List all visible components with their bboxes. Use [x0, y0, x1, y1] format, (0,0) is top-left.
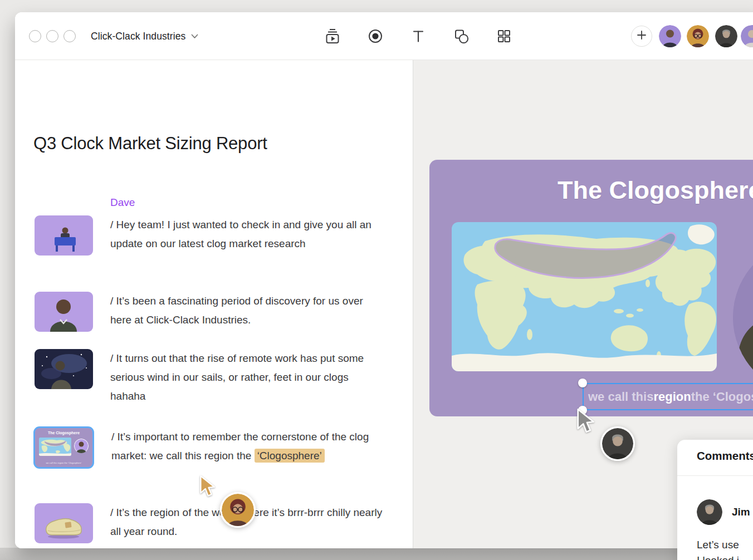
- shapes-icon: [453, 28, 470, 45]
- scene-thumbnail-space[interactable]: [35, 349, 93, 389]
- document-title[interactable]: Q3 Clock Market Sizing Report: [33, 134, 267, 154]
- collaborator-cursor-tan: [199, 475, 216, 501]
- text-tool-icon: [410, 28, 427, 45]
- script-row: / It’s been a fascinating period of disc…: [35, 292, 385, 332]
- plus-icon: [637, 30, 647, 42]
- script-paragraph-text: / It’s important to remember the corners…: [111, 431, 369, 461]
- caption-bold-word: region: [653, 390, 691, 404]
- mini-slide-title: The Clogosphere: [35, 431, 92, 435]
- script-row: / It’s the region of the world where it’…: [35, 503, 385, 543]
- script-row: / It turns out that the rise of remote w…: [35, 349, 385, 406]
- record-icon: [367, 28, 384, 45]
- collaborator-avatar-jim[interactable]: [715, 25, 737, 47]
- scene-thumbnail-slide-selected[interactable]: The Clogosphere we call this region the …: [33, 426, 94, 469]
- divider: [677, 475, 753, 476]
- speaker-label[interactable]: Dave: [110, 197, 135, 209]
- presence-avatar-redhead: [220, 492, 256, 528]
- caption-text: the ‘Clogosphere’: [691, 390, 753, 404]
- record-button[interactable]: [367, 28, 384, 45]
- presence-avatar-jim: [600, 426, 635, 461]
- layout-grid-button[interactable]: [496, 28, 512, 45]
- slide[interactable]: The Clogosphere: [429, 160, 753, 416]
- app-window: Click-Clack Industries: [15, 12, 753, 548]
- scene-thumbnail-clog[interactable]: [35, 503, 93, 543]
- comment-body-line2: I looked i: [697, 554, 739, 560]
- comment-author-avatar: [697, 499, 722, 525]
- script-paragraph[interactable]: / It turns out that the rise of remote w…: [110, 349, 385, 406]
- comment-author-name: Jim: [732, 499, 750, 525]
- window-minimize-button[interactable]: [46, 30, 58, 42]
- comments-header: Comments: [697, 449, 753, 463]
- media-clips-button[interactable]: [324, 28, 341, 45]
- selected-caption-textbox[interactable]: we call this region the ‘Clogosphere’: [583, 383, 753, 410]
- world-map[interactable]: [452, 222, 717, 371]
- mini-slide-caption: we call this region the ‘Clogosphere’: [35, 461, 92, 464]
- add-collaborator-button[interactable]: [631, 26, 652, 47]
- comments-panel[interactable]: Comments Jim Let’s use I looked i: [677, 440, 753, 560]
- toolbar-icons: [324, 12, 512, 60]
- mini-slide-map: [39, 438, 71, 456]
- script-paragraph[interactable]: / It’s been a fascinating period of disc…: [110, 292, 385, 332]
- project-title: Click-Clack Industries: [91, 31, 185, 42]
- scene-thumbnail-desk[interactable]: [35, 215, 93, 256]
- collaborator-cursor-grey: [576, 409, 595, 438]
- script-paragraph[interactable]: / It’s important to remember the corners…: [111, 428, 387, 469]
- script-paragraph[interactable]: / Hey team! I just wanted to check in an…: [110, 215, 385, 256]
- mini-slide-avatar: [74, 439, 89, 453]
- window-close-button[interactable]: [29, 30, 41, 42]
- shapes-button[interactable]: [453, 28, 470, 45]
- chevron-down-icon: [191, 31, 198, 41]
- scene-thumbnail-closeup[interactable]: [35, 292, 93, 332]
- comment-body: Let’s use: [697, 536, 739, 554]
- script-panel: Q3 Clock Market Sizing Report Dave / Hey…: [15, 60, 413, 548]
- project-title-dropdown[interactable]: Click-Clack Industries: [91, 12, 198, 60]
- text-tool-button[interactable]: [410, 28, 427, 45]
- desktop-background-strip: [0, 548, 753, 560]
- window-zoom-button[interactable]: [63, 30, 76, 42]
- script-row: The Clogosphere we call this region the …: [35, 428, 387, 469]
- collaborator-avatar-partial[interactable]: [741, 25, 753, 47]
- slide-title[interactable]: The Clogosphere: [558, 176, 753, 205]
- toolbar: Click-Clack Industries: [15, 12, 753, 60]
- layout-grid-icon: [496, 28, 512, 45]
- collaborator-avatar-dave[interactable]: [659, 25, 681, 47]
- caption-text: we call this: [588, 390, 653, 404]
- window-controls: [29, 12, 76, 60]
- speaker-video-bubble[interactable]: [733, 239, 753, 395]
- media-clips-icon: [324, 28, 341, 45]
- collaborator-avatar-redhead[interactable]: [687, 25, 709, 47]
- selection-handle-top-left[interactable]: [578, 379, 587, 387]
- script-row: / Hey team! I just wanted to check in an…: [35, 215, 385, 256]
- highlighted-word[interactable]: ‘Clogosphere’: [255, 449, 325, 463]
